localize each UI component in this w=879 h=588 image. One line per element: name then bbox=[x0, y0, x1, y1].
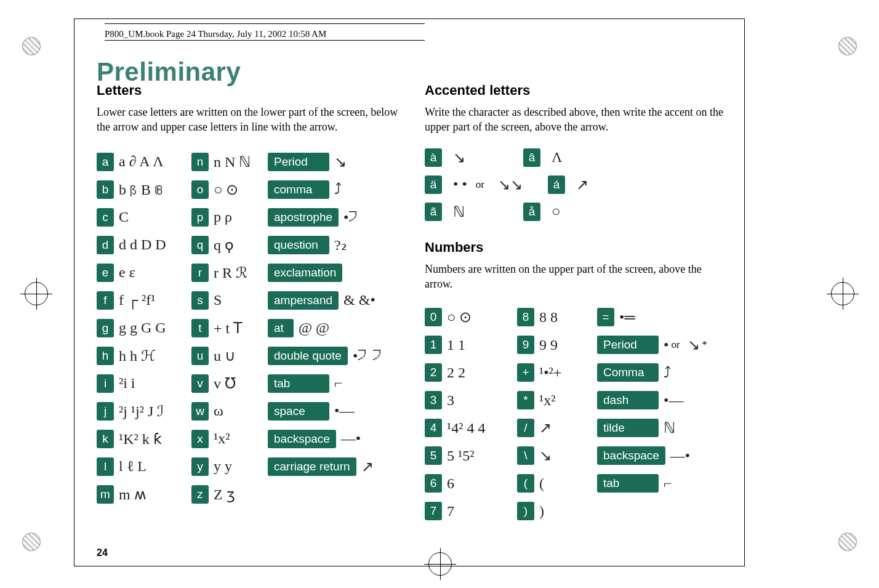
number-chip: backspace bbox=[597, 446, 665, 465]
punct-row: double quote•ᄀᄀ bbox=[268, 345, 391, 366]
stroke-glyphs: f ┌ ²f¹ bbox=[119, 292, 155, 308]
stroke-glyphs: ℕ bbox=[664, 419, 675, 437]
stroke-glyphs: ○ ⊙ bbox=[447, 308, 472, 326]
number-chip: 8 bbox=[517, 308, 534, 326]
punct-row: Period↘ bbox=[268, 151, 391, 172]
number-row: tab⌐ bbox=[597, 473, 714, 494]
stroke-glyphs: & &• bbox=[343, 292, 375, 308]
stroke-glyphs: m ʍ bbox=[119, 486, 146, 503]
stroke-glyphs: a ∂ A Λ bbox=[119, 153, 164, 170]
stroke-glyphs: u ∪ bbox=[214, 347, 236, 364]
running-head: P800_UM.book Page 24 Thursday, July 11, … bbox=[105, 29, 326, 39]
letter-row: i²i i bbox=[97, 373, 189, 394]
number-row: 22 2 bbox=[425, 362, 511, 383]
letter-chip: n bbox=[191, 153, 209, 171]
column-left: Letters Lower case letters are written o… bbox=[97, 83, 398, 507]
letter-row: x¹x² bbox=[191, 429, 265, 449]
number-chip: * bbox=[517, 391, 534, 409]
letter-row: nn N ℕ bbox=[191, 151, 265, 172]
registration-mark-right bbox=[831, 282, 854, 305]
stroke-glyphs: • • bbox=[453, 176, 467, 193]
letters-col-c: Period↘ comma⤴ apostrophe•ᄀ question?₂ e… bbox=[268, 150, 391, 507]
stroke-glyphs: ¹4² 4 4 bbox=[447, 420, 485, 437]
stroke-glyphs: ↗ bbox=[576, 176, 588, 193]
stroke-glyphs: ?₂ bbox=[334, 236, 347, 254]
accented-body: Write the character as described above, … bbox=[425, 105, 726, 135]
stroke-glyphs: 1 1 bbox=[447, 337, 465, 353]
stroke-glyphs: ↘↘ bbox=[498, 176, 523, 193]
letters-col-a: aa ∂ A Λ bb ꞵ B ℬ cC dd d D D ee ε ff ┌ … bbox=[97, 150, 189, 507]
number-chip: 2 bbox=[425, 363, 442, 382]
letter-row: qq ϙ bbox=[191, 235, 265, 256]
stroke-glyphs: 9 9 bbox=[539, 337, 558, 353]
stroke-glyphs: ⌐ bbox=[334, 375, 343, 392]
number-row: +¹•²+ bbox=[517, 362, 591, 383]
stroke-glyphs: ω bbox=[214, 403, 223, 419]
letter-row: rr R ℛ bbox=[191, 262, 265, 283]
stroke-glyphs: • bbox=[664, 337, 668, 353]
stroke-glyphs: b ꞵ B ℬ bbox=[119, 181, 162, 198]
number-row: 55 ¹5² bbox=[425, 445, 511, 466]
letter-chip: b bbox=[97, 180, 114, 199]
number-chip: = bbox=[597, 308, 614, 326]
letter-row: k¹K² k ƙ bbox=[97, 429, 189, 449]
number-chip: \ bbox=[517, 446, 534, 465]
stroke-glyphs: 2 2 bbox=[447, 364, 465, 381]
punct-row: ampersand& &• bbox=[268, 290, 391, 311]
stroke-glyphs: ²j ¹j² J ℐ bbox=[119, 403, 164, 420]
accent-chip: å bbox=[523, 203, 540, 221]
stroke-glyphs: d d D D bbox=[119, 236, 166, 253]
color-bar-top-right bbox=[838, 37, 857, 55]
stroke-glyphs: —• bbox=[670, 448, 690, 464]
letter-row: wω bbox=[191, 401, 265, 422]
letter-row: j²j ¹j² J ℐ bbox=[97, 401, 189, 422]
number-row: \↘ bbox=[517, 445, 591, 466]
stroke-glyphs: ↘ bbox=[334, 153, 347, 171]
letter-row: o○ ⊙ bbox=[191, 179, 265, 200]
column-right: Accented letters Write the character as … bbox=[425, 83, 726, 523]
number-chip: ( bbox=[517, 474, 534, 493]
number-chip: Comma bbox=[597, 363, 659, 382]
number-row: dash•— bbox=[597, 390, 714, 411]
number-chip: / bbox=[517, 419, 534, 437]
stroke-glyphs: 3 bbox=[447, 392, 454, 409]
letter-chip: l bbox=[97, 457, 114, 476]
number-row: 0○ ⊙ bbox=[425, 307, 511, 328]
numbers-body: Numbers are written on the upper part of… bbox=[425, 262, 726, 292]
punct-row: apostrophe•ᄀ bbox=[268, 207, 391, 228]
accent-row: à↘ bbox=[425, 148, 499, 167]
stroke-glyphs: 8 8 bbox=[539, 309, 558, 326]
stroke-glyphs: ²i i bbox=[119, 375, 135, 392]
letter-chip: a bbox=[97, 153, 114, 171]
letter-chip: p bbox=[191, 208, 209, 227]
stroke-glyphs: ℕ bbox=[453, 203, 465, 220]
stroke-glyphs: ¹•²+ bbox=[539, 364, 561, 381]
punct-row: at@ @ bbox=[268, 318, 391, 339]
stroke-glyphs: C bbox=[119, 209, 129, 225]
stroke-glyphs: 6 bbox=[447, 475, 454, 492]
stroke-glyphs: •— bbox=[334, 403, 354, 419]
number-row: backspace—• bbox=[597, 445, 714, 466]
letter-chip: u bbox=[191, 347, 209, 365]
letters-body: Lower case letters are written on the lo… bbox=[97, 105, 398, 135]
punct-chip: carriage return bbox=[268, 457, 356, 476]
stroke-glyphs: ○ ⊙ bbox=[214, 181, 239, 198]
letter-chip: w bbox=[191, 402, 209, 421]
stroke-glyphs: + t ꓔ bbox=[214, 320, 243, 337]
punct-row: space•— bbox=[268, 401, 391, 422]
letter-chip: o bbox=[191, 180, 209, 199]
letter-row: mm ʍ bbox=[97, 484, 189, 505]
trail-asterisk: * bbox=[702, 339, 708, 351]
stroke-glyphs: n N ℕ bbox=[214, 153, 251, 171]
stroke-glyphs: ⤴ bbox=[334, 181, 342, 198]
punct-chip: ampersand bbox=[268, 291, 339, 310]
stroke-glyphs: —• bbox=[341, 430, 361, 447]
stroke-glyphs: r R ℛ bbox=[214, 264, 247, 281]
number-row: tildeℕ bbox=[597, 417, 714, 438]
stroke-glyphs: ⌐ bbox=[664, 475, 672, 492]
letter-chip: x bbox=[191, 430, 209, 448]
number-chip: dash bbox=[597, 391, 659, 409]
letter-row: bb ꞵ B ℬ bbox=[97, 179, 189, 200]
or-label: or bbox=[671, 339, 680, 351]
color-bar-bottom-right bbox=[838, 533, 857, 551]
